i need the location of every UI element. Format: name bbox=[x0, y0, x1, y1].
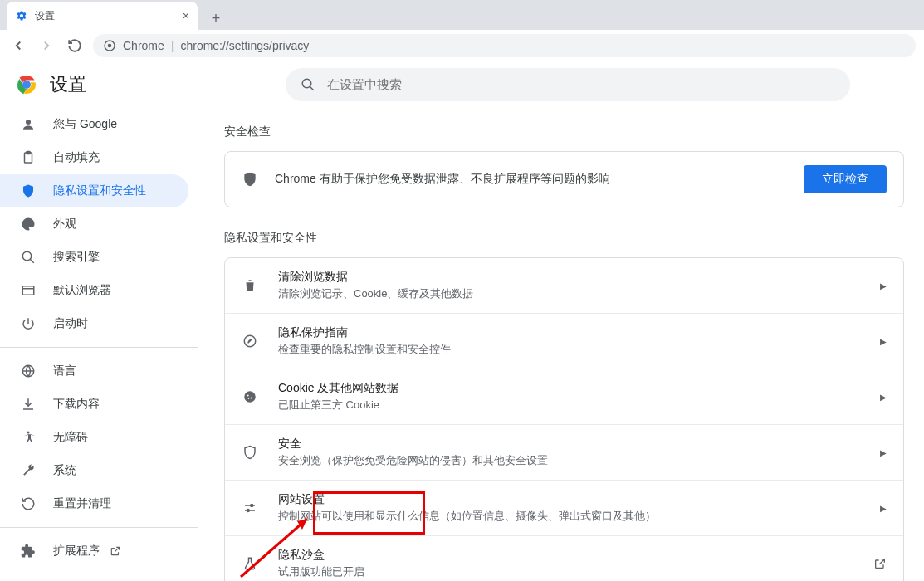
sliders-icon bbox=[242, 500, 258, 515]
chevron-right-icon: ▶ bbox=[880, 448, 887, 457]
sidebar-item-label: 外观 bbox=[53, 217, 76, 232]
sidebar-item-label: 自动填充 bbox=[53, 150, 100, 165]
sidebar-item-label: 搜索引擎 bbox=[53, 250, 100, 265]
row-sub: 控制网站可以使用和显示什么信息（如位置信息、摄像头、弹出式窗口及其他） bbox=[278, 509, 880, 524]
row-sub: 清除浏览记录、Cookie、缓存及其他数据 bbox=[278, 286, 880, 301]
row-site-settings[interactable]: 网站设置控制网站可以使用和显示什么信息（如位置信息、摄像头、弹出式窗口及其他） … bbox=[225, 480, 903, 535]
browser-tab[interactable]: 设置 × bbox=[7, 2, 198, 30]
sidebar-item-label: 启动时 bbox=[53, 316, 88, 331]
search-input[interactable] bbox=[327, 77, 835, 91]
safety-message: Chrome 有助于保护您免受数据泄露、不良扩展程序等问题的影响 bbox=[275, 172, 804, 187]
svg-point-9 bbox=[22, 251, 32, 261]
row-sub: 检查重要的隐私控制设置和安全控件 bbox=[278, 342, 880, 357]
browser-icon bbox=[20, 282, 37, 299]
svg-point-6 bbox=[26, 120, 31, 124]
sidebar-item-system[interactable]: 系统 bbox=[0, 454, 188, 487]
section-privacy-title: 隐私设置和安全性 bbox=[224, 231, 904, 246]
new-tab-button[interactable]: + bbox=[204, 7, 227, 30]
address-url: chrome://settings/privacy bbox=[180, 39, 309, 52]
svg-rect-8 bbox=[27, 152, 31, 154]
svg-point-16 bbox=[251, 398, 252, 399]
external-link-icon bbox=[110, 545, 121, 557]
chevron-right-icon: ▶ bbox=[880, 337, 887, 346]
row-title: 清除浏览数据 bbox=[278, 270, 880, 285]
sidebar: 您与 Google 自动填充 隐私设置和安全性 外观 搜索引擎 默认浏览器 bbox=[0, 108, 199, 581]
svg-point-18 bbox=[251, 505, 253, 507]
globe-icon bbox=[20, 363, 37, 379]
sidebar-item-label: 默认浏览器 bbox=[53, 283, 111, 298]
svg-point-15 bbox=[247, 395, 249, 397]
row-security[interactable]: 安全安全浏览（保护您免受危险网站的侵害）和其他安全设置 ▶ bbox=[225, 424, 903, 480]
sidebar-item-label: 隐私设置和安全性 bbox=[53, 183, 146, 198]
section-safety-title: 安全检查 bbox=[224, 124, 904, 139]
svg-point-14 bbox=[244, 391, 256, 403]
sidebar-item-extensions[interactable]: 扩展程序 bbox=[0, 535, 188, 568]
tab-title: 设置 bbox=[35, 9, 55, 23]
trash-icon bbox=[242, 278, 258, 293]
settings-search[interactable] bbox=[286, 68, 850, 101]
chevron-right-icon: ▶ bbox=[880, 393, 887, 402]
svg-point-17 bbox=[248, 398, 250, 400]
sidebar-item-accessibility[interactable]: 无障碍 bbox=[0, 421, 188, 454]
row-privacy-sandbox[interactable]: 隐私沙盒试用版功能已开启 bbox=[225, 535, 903, 581]
address-label: Chrome bbox=[123, 39, 164, 52]
puzzle-icon bbox=[20, 543, 37, 559]
sidebar-item-appearance[interactable]: 外观 bbox=[0, 208, 188, 241]
reload-button[interactable] bbox=[65, 36, 85, 56]
clipboard-icon bbox=[20, 149, 37, 166]
row-sub: 已阻止第三方 Cookie bbox=[278, 398, 880, 413]
row-title: Cookie 及其他网站数据 bbox=[278, 381, 880, 396]
divider bbox=[0, 347, 198, 348]
compass-icon bbox=[242, 334, 258, 349]
wrench-icon bbox=[20, 462, 37, 479]
sidebar-item-reset[interactable]: 重置并清理 bbox=[0, 487, 188, 520]
chrome-logo-icon bbox=[17, 75, 37, 95]
search-icon bbox=[20, 249, 37, 266]
chevron-right-icon: ▶ bbox=[880, 504, 887, 513]
address-bar[interactable]: Chrome | chrome://settings/privacy bbox=[93, 34, 916, 57]
sidebar-item-label: 系统 bbox=[53, 463, 76, 478]
svg-point-19 bbox=[247, 510, 249, 512]
settings-header: 设置 bbox=[0, 61, 924, 108]
address-divider: | bbox=[171, 39, 174, 52]
sidebar-item-default-browser[interactable]: 默认浏览器 bbox=[0, 274, 188, 307]
divider bbox=[0, 527, 198, 528]
back-button[interactable] bbox=[8, 36, 28, 56]
chevron-right-icon: ▶ bbox=[880, 281, 887, 290]
sidebar-item-label: 无障碍 bbox=[53, 430, 88, 445]
chrome-icon bbox=[103, 39, 116, 52]
shield-icon bbox=[242, 171, 258, 188]
forward-button[interactable] bbox=[37, 36, 56, 56]
accessibility-icon bbox=[20, 429, 37, 446]
sidebar-item-you-and-google[interactable]: 您与 Google bbox=[0, 108, 188, 141]
svg-point-1 bbox=[108, 43, 112, 47]
svg-point-12 bbox=[27, 432, 30, 434]
row-title: 隐私沙盒 bbox=[278, 548, 873, 563]
sidebar-item-autofill[interactable]: 自动填充 bbox=[0, 141, 188, 174]
person-icon bbox=[20, 116, 37, 133]
search-icon bbox=[301, 77, 315, 92]
sidebar-item-label: 重置并清理 bbox=[53, 496, 111, 511]
power-icon bbox=[20, 315, 37, 332]
sidebar-item-search[interactable]: 搜索引擎 bbox=[0, 241, 188, 274]
browser-toolbar: Chrome | chrome://settings/privacy bbox=[0, 30, 924, 61]
row-privacy-guide[interactable]: 隐私保护指南检查重要的隐私控制设置和安全控件 ▶ bbox=[225, 313, 903, 369]
sidebar-item-languages[interactable]: 语言 bbox=[0, 354, 188, 388]
privacy-list: 清除浏览数据清除浏览记录、Cookie、缓存及其他数据 ▶ 隐私保护指南检查重要… bbox=[224, 257, 904, 581]
gear-icon bbox=[15, 9, 28, 22]
page-title: 设置 bbox=[50, 72, 86, 97]
shield-icon bbox=[20, 183, 37, 199]
main-content: 安全检查 Chrome 有助于保护您免受数据泄露、不良扩展程序等问题的影响 立即… bbox=[199, 108, 924, 581]
sidebar-item-privacy[interactable]: 隐私设置和安全性 bbox=[0, 174, 188, 208]
close-icon[interactable]: × bbox=[183, 9, 189, 22]
restore-icon bbox=[20, 496, 37, 512]
sidebar-item-downloads[interactable]: 下载内容 bbox=[0, 388, 188, 421]
sidebar-item-label: 扩展程序 bbox=[53, 544, 100, 559]
row-clear-data[interactable]: 清除浏览数据清除浏览记录、Cookie、缓存及其他数据 ▶ bbox=[225, 258, 903, 313]
sidebar-item-label: 语言 bbox=[53, 364, 76, 378]
svg-rect-10 bbox=[22, 286, 34, 295]
sidebar-item-startup[interactable]: 启动时 bbox=[0, 307, 188, 340]
row-cookies[interactable]: Cookie 及其他网站数据已阻止第三方 Cookie ▶ bbox=[225, 369, 903, 424]
sidebar-item-label: 下载内容 bbox=[53, 397, 100, 412]
safety-check-button[interactable]: 立即检查 bbox=[804, 165, 887, 193]
